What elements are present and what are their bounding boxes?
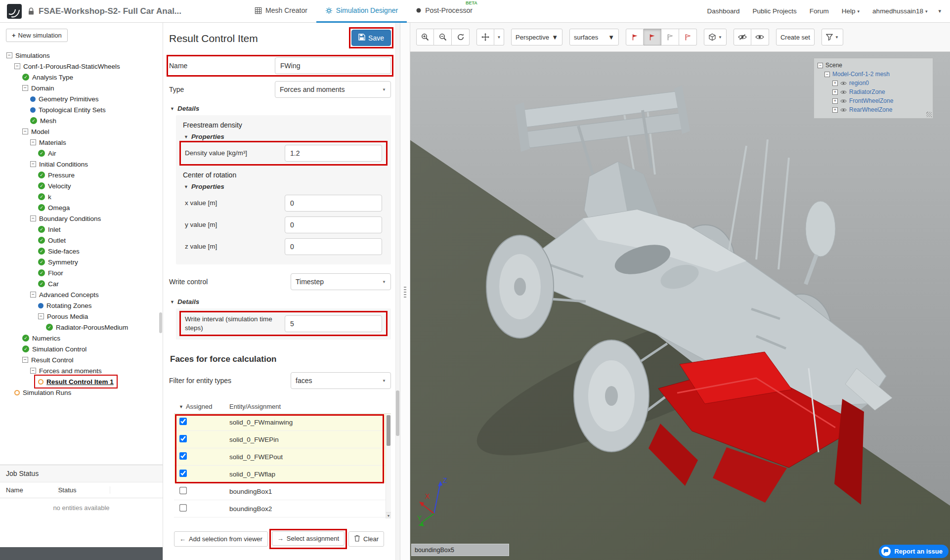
- row-checkbox[interactable]: [179, 418, 187, 425]
- flag-red-outline-button[interactable]: [679, 29, 697, 45]
- nav-link-dashboard[interactable]: Dashboard: [707, 7, 739, 15]
- tree-item-floor[interactable]: ✓Floor: [36, 267, 66, 278]
- collapse-icon[interactable]: −: [824, 72, 830, 77]
- y-value-input[interactable]: [285, 216, 382, 233]
- write-control-select[interactable]: Timestep ▼: [291, 273, 391, 290]
- density-input[interactable]: [285, 145, 382, 162]
- eye-icon[interactable]: [840, 90, 847, 94]
- tab-mesh-creator[interactable]: Mesh Creator: [246, 0, 316, 23]
- collapse-icon[interactable]: −: [38, 313, 44, 319]
- tree-item-conf-1-porousrad-staticwheels[interactable]: −Conf-1-PorousRad-StaticWheels: [12, 61, 123, 72]
- tab-simulation-designer[interactable]: Simulation Designer: [316, 0, 407, 23]
- row-checkbox[interactable]: [179, 435, 187, 442]
- table-scrollbar[interactable]: ▼: [386, 414, 391, 518]
- write-interval-input[interactable]: [285, 315, 382, 332]
- tree-item-outlet[interactable]: ✓Outlet: [36, 235, 68, 246]
- select-assignment-button[interactable]: → Select assignment: [272, 531, 345, 546]
- reset-view-button[interactable]: [452, 29, 470, 45]
- tree-item-forces-and-moments[interactable]: −Forces and moments: [28, 365, 104, 376]
- tree-item-mesh[interactable]: ✓Mesh: [28, 115, 59, 126]
- tree-item-omega[interactable]: ✓Omega: [36, 202, 72, 213]
- tab-post-processor[interactable]: Post-Processor BETA: [407, 0, 481, 23]
- flag-red-filled-button[interactable]: [626, 29, 644, 45]
- projection-select[interactable]: Perspective ▼: [511, 29, 562, 45]
- flag-outline-button[interactable]: [661, 29, 679, 45]
- simscale-logo[interactable]: [7, 4, 22, 19]
- clear-button[interactable]: Clear: [348, 531, 384, 547]
- tree-item-k[interactable]: ✓k: [36, 191, 54, 202]
- tree-item-geometry-primitives[interactable]: Geometry Primitives: [28, 93, 101, 104]
- zoom-in-button[interactable]: [416, 29, 434, 45]
- name-input[interactable]: [275, 57, 391, 74]
- tree-item-simulations[interactable]: −Simulations: [4, 50, 52, 61]
- save-button[interactable]: Save: [351, 30, 391, 46]
- new-simulation-button[interactable]: + New simulation: [6, 29, 68, 42]
- scene-tree-item-frontwheelzone[interactable]: +FrontWheelZone: [832, 96, 929, 105]
- zoom-out-button[interactable]: [434, 29, 452, 45]
- tree-item-side-faces[interactable]: ✓Side-faces: [36, 246, 82, 257]
- collapse-icon[interactable]: −: [818, 63, 823, 68]
- project-title[interactable]: FSAE-Workshop-S2- Full Car Anal...: [39, 6, 181, 16]
- scene-tree-item-region0[interactable]: +region0: [832, 79, 929, 87]
- row-checkbox[interactable]: [179, 487, 187, 494]
- tree-item-porous-media[interactable]: −Porous Media: [36, 311, 90, 322]
- panel-resize-divider[interactable]: [400, 23, 410, 560]
- collapse-icon[interactable]: −: [22, 85, 28, 91]
- nav-link-ahmedhussain18[interactable]: ahmedhussain18▾: [872, 7, 927, 15]
- z-value-input[interactable]: [285, 238, 382, 255]
- car-model-render[interactable]: [410, 52, 950, 560]
- tree-item-topological-entity-sets[interactable]: Topological Entity Sets: [28, 104, 108, 115]
- tree-item-air[interactable]: ✓Air: [36, 148, 59, 159]
- collapse-icon[interactable]: −: [30, 139, 36, 145]
- report-issue-button[interactable]: Report an issue: [879, 545, 949, 558]
- scene-tree-mesh[interactable]: − Model-Conf-1-2 mesh: [824, 70, 929, 79]
- render-mode-select[interactable]: surfaces ▼: [569, 29, 619, 45]
- tree-item-inlet[interactable]: ✓Inlet: [36, 224, 63, 235]
- expand-icon[interactable]: +: [832, 98, 838, 104]
- row-checkbox[interactable]: [179, 470, 187, 477]
- tree-item-car[interactable]: ✓Car: [36, 278, 61, 289]
- expand-icon[interactable]: +: [832, 89, 838, 95]
- row-checkbox[interactable]: [179, 452, 187, 460]
- resize-grip[interactable]: [404, 287, 406, 299]
- flag-red-active-button[interactable]: [644, 29, 661, 45]
- collapse-icon[interactable]: −: [30, 368, 36, 374]
- expand-icon[interactable]: +: [832, 81, 838, 86]
- scrollbar-thumb[interactable]: [159, 312, 162, 333]
- filter-button[interactable]: ▼: [821, 29, 843, 45]
- tree-item-simulation-runs[interactable]: Simulation Runs: [12, 387, 74, 398]
- tree-item-domain[interactable]: −Domain: [20, 83, 57, 93]
- show-all-button[interactable]: [751, 29, 769, 45]
- nav-link-help[interactable]: Help▾: [842, 7, 860, 15]
- nav-link-public-projects[interactable]: Public Projects: [753, 7, 797, 15]
- collapse-icon[interactable]: −: [22, 357, 28, 363]
- expand-icon[interactable]: +: [832, 107, 838, 113]
- hide-selected-button[interactable]: [734, 29, 751, 45]
- clip-box-button[interactable]: ▼: [704, 29, 727, 45]
- row-checkbox[interactable]: [179, 504, 187, 512]
- scene-tree-item-rearwheelzone[interactable]: +RearWheelZone: [832, 105, 929, 114]
- details-toggle[interactable]: ▼ Details: [170, 105, 391, 112]
- scrollbar-thumb[interactable]: [396, 390, 399, 436]
- tree-item-model[interactable]: −Model: [20, 126, 52, 137]
- entity-filter-select[interactable]: faces ▼: [291, 372, 391, 389]
- resize-handle[interactable]: [926, 112, 932, 117]
- tree-item-velocity[interactable]: ✓Velocity: [36, 180, 74, 191]
- scroll-down-arrow-icon[interactable]: ▼: [386, 512, 391, 518]
- collapse-icon[interactable]: −: [22, 129, 28, 134]
- tree-item-result-control[interactable]: −Result Control: [20, 354, 76, 365]
- x-value-input[interactable]: [285, 195, 382, 212]
- tree-item-rotating-zones[interactable]: Rotating Zones: [36, 300, 94, 311]
- tree-item-radiator-porousmedium[interactable]: ✓Radiator-PorousMedium: [43, 322, 130, 333]
- scrollbar-thumb[interactable]: [387, 415, 390, 446]
- collapse-icon[interactable]: −: [6, 52, 12, 58]
- scene-tree-root[interactable]: − Scene: [818, 61, 929, 70]
- nav-link-forum[interactable]: Forum: [810, 7, 829, 15]
- collapse-icon[interactable]: −: [30, 161, 36, 167]
- collapse-icon[interactable]: −: [30, 215, 36, 221]
- sidebar-scrollbar[interactable]: [159, 45, 163, 391]
- properties-toggle[interactable]: ▼ Properties: [184, 183, 385, 190]
- scene-tree-item-radiatorzone[interactable]: +RadiatorZone: [832, 87, 929, 96]
- tree-item-pressure[interactable]: ✓Pressure: [36, 170, 77, 180]
- tree-item-simulation-control[interactable]: ✓Simulation Control: [20, 344, 89, 354]
